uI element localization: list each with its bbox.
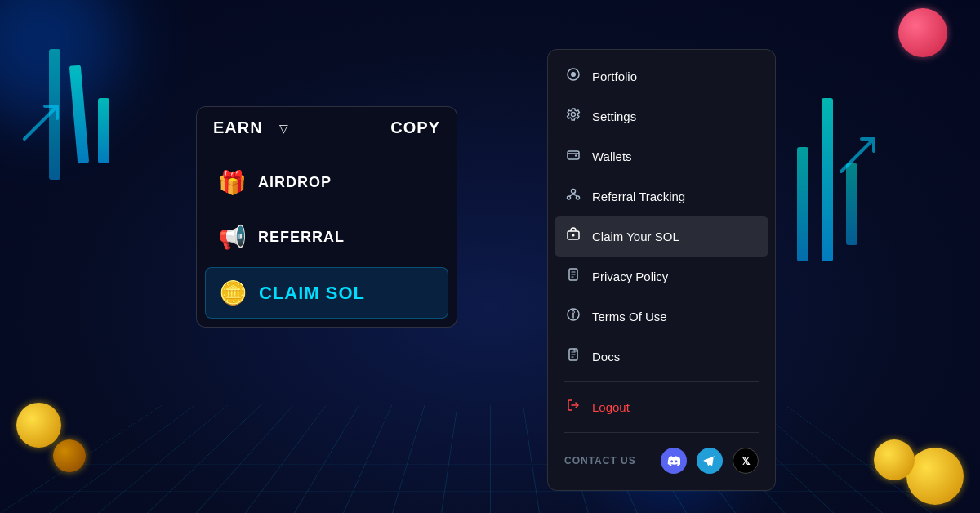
x-icon[interactable]: 𝕏 — [733, 448, 759, 474]
menu-divider — [564, 381, 759, 382]
svg-point-8 — [572, 234, 575, 237]
privacy-policy-label: Privacy Policy — [592, 270, 668, 283]
earn-chevron-icon: ▽ — [279, 122, 288, 135]
svg-rect-3 — [575, 155, 577, 157]
right-menu-item-terms-of-use[interactable]: Terms Of Use — [548, 297, 775, 337]
claim-sol-label: CLAIM SOL — [259, 283, 365, 304]
logout-icon — [564, 398, 582, 417]
contact-divider — [564, 432, 759, 433]
docs-icon — [564, 347, 582, 366]
deco-bar-4 — [822, 98, 833, 261]
svg-point-4 — [572, 190, 576, 194]
referral-tracking-label: Referral Tracking — [592, 190, 685, 203]
contact-us-label: CONTACT US — [564, 455, 651, 466]
right-menu-item-claim-sol[interactable]: Claim Your SOL — [555, 216, 768, 256]
copy-label: COPY — [390, 118, 440, 137]
right-menu-item-referral-tracking[interactable]: Referral Tracking — [548, 176, 775, 216]
docs-label: Docs — [592, 350, 620, 364]
deco-bar-2 — [98, 98, 109, 163]
coin-4 — [874, 439, 915, 480]
deco-bar-5 — [797, 147, 808, 261]
airdrop-label: AIRDROP — [258, 174, 332, 191]
coin-2 — [53, 439, 86, 472]
airdrop-emoji: 🎁 — [218, 169, 247, 196]
discord-icon[interactable] — [661, 448, 687, 474]
left-menu-item-airdrop[interactable]: 🎁 AIRDROP — [205, 158, 448, 207]
earn-label: EARN — [213, 118, 263, 137]
wallets-icon — [564, 147, 582, 166]
right-menu-item-privacy-policy[interactable]: Privacy Policy — [548, 256, 775, 297]
left-menu-item-referral[interactable]: 📢 REFERRAL — [205, 212, 448, 262]
claim-sol-icon — [564, 227, 582, 246]
deco-arrow-1 — [16, 98, 65, 147]
settings-icon — [564, 107, 582, 126]
logout-label: Logout — [592, 400, 630, 414]
telegram-icon[interactable] — [697, 448, 723, 474]
right-menu-item-portfolio[interactable]: Portfolio — [548, 56, 775, 96]
portfolio-label: Portfolio — [592, 69, 637, 83]
deco-arrow-2 — [833, 131, 882, 180]
settings-label: Settings — [592, 109, 636, 123]
contact-us-section: CONTACT US 𝕏 — [548, 438, 775, 484]
right-menu-item-docs[interactable]: Docs — [548, 337, 775, 377]
right-menu-item-wallets[interactable]: Wallets — [548, 136, 775, 176]
left-menu-header: EARN ▽ COPY — [197, 107, 457, 149]
left-menu-item-claim-sol[interactable]: 🪙 CLAIM SOL — [205, 267, 448, 319]
svg-point-6 — [577, 196, 580, 199]
left-dropdown-menu: EARN ▽ COPY 🎁 AIRDROP 📢 REFERRAL 🪙 CLAIM… — [196, 106, 457, 328]
grid-floor — [0, 405, 980, 513]
right-dropdown-menu: Portfolio Settings Wallets Referral Trac… — [547, 49, 776, 491]
privacy-policy-icon — [564, 267, 582, 286]
right-menu-item-settings[interactable]: Settings — [548, 96, 775, 136]
left-menu-items: 🎁 AIRDROP 📢 REFERRAL 🪙 CLAIM SOL — [197, 149, 457, 327]
terms-of-use-label: Terms Of Use — [592, 310, 667, 323]
referral-emoji: 📢 — [218, 224, 247, 251]
terms-of-use-icon — [564, 307, 582, 326]
referral-label: REFERRAL — [258, 229, 345, 246]
claim-sol-emoji: 🪙 — [219, 279, 247, 306]
coin-1 — [16, 403, 61, 448]
svg-point-1 — [571, 72, 576, 77]
svg-point-11 — [572, 311, 575, 314]
right-menu-item-logout[interactable]: Logout — [548, 387, 775, 427]
claim-sol-label: Claim Your SOL — [592, 230, 679, 243]
background — [0, 0, 980, 513]
portfolio-icon — [564, 67, 582, 86]
referral-tracking-icon — [564, 187, 582, 206]
coin-3 — [906, 448, 964, 505]
wallets-label: Wallets — [592, 149, 632, 163]
svg-point-5 — [568, 196, 571, 199]
coin-top-right — [898, 8, 947, 57]
